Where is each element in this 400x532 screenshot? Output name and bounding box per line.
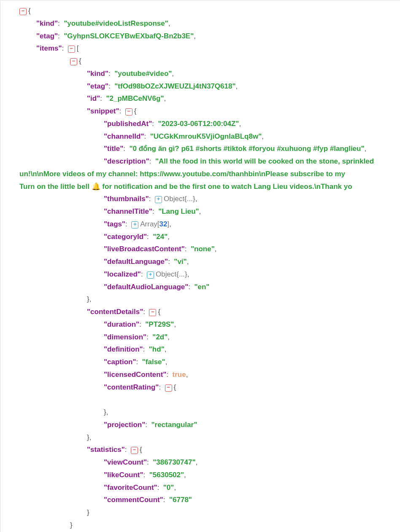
json-string: "youtube#videoListResponse" [64,19,168,27]
json-string: "false" [142,358,165,366]
kv-contentRating: "contentRating": −{ [104,381,400,394]
collapse-icon[interactable]: − [68,46,75,53]
json-key: "etag" [87,82,108,90]
json-key: "viewCount" [104,458,147,466]
contentRating-close: }, [104,406,400,419]
description-wrap-2: Turn on the little bell 🔔 for notificati… [19,180,400,193]
blank-line [104,393,400,406]
statistics-close: } [87,506,400,519]
json-string: "386730747" [153,458,195,466]
json-string: "youtube#video" [114,70,172,78]
item-close: } [70,519,400,532]
json-string: "0 đồng ăn gì? p61 #shorts #tiktok #fory… [130,145,365,153]
json-key: "tags" [104,220,125,228]
json-key: "contentDetails" [87,308,143,316]
collapse-icon[interactable]: − [165,384,172,392]
expand-icon[interactable]: + [147,271,154,279]
kv-duration: "duration": "PT29S", [104,318,400,331]
json-string: "2d" [152,333,168,341]
kv-defaultAudioLanguage: "defaultAudioLanguage": "en" [104,281,400,293]
json-string: "UCGkKmrouK5VjiOgnlaBLq8w" [150,132,262,140]
kv-statistics: "statistics": −{ [87,443,400,456]
json-string: "GyhpnSLOKCEYBwEXbafQ-Bn2b3E" [64,32,194,40]
kv-item-kind: "kind": "youtube#video", [87,67,400,80]
json-key: "categoryId" [104,233,147,241]
json-key: "kind" [36,19,58,27]
json-key: "liveBroadcastContent" [104,245,185,253]
snippet-close: }, [87,293,400,306]
json-key: "statistics" [87,446,125,454]
json-key: "kind" [87,70,108,78]
expand-icon[interactable]: + [155,196,162,203]
kv-kind: "kind": "youtube#videoListResponse", [36,17,400,30]
root-open: −{ [19,5,400,17]
json-string: "All the food in this world will be cook… [155,157,374,165]
json-string: "vi" [174,258,186,266]
json-string: "en" [194,283,209,291]
json-key: "channelTitle" [104,207,152,215]
json-key: "projection" [104,421,145,429]
collapsed-meta: Array[32] [140,220,169,228]
kv-snippet: "snippet": −{ [87,105,400,118]
kv-likeCount: "likeCount": "5630502", [104,469,400,481]
kv-viewCount: "viewCount": "386730747", [104,456,400,469]
json-key: "snippet" [87,107,119,115]
expand-icon[interactable]: + [131,221,138,228]
kv-thumbnails: "thumbnails": +Object{...}, [104,193,400,205]
collapse-icon[interactable]: − [70,58,77,65]
kv-etag: "etag": "GyhpnSLOKCEYBwEXbafQ-Bn2b3E", [36,30,400,43]
kv-description: "description": "All the food in this wor… [104,155,400,168]
json-string: "2_pMBCeNV6g" [106,94,164,102]
json-string: Turn on the little bell 🔔 for notificati… [19,183,352,191]
json-key: "caption" [104,358,136,366]
json-key: "thumbnails" [104,195,149,203]
json-string: "tfOd98bOZcXJWEUZLj4tN37Q618" [114,82,235,90]
kv-liveBroadcastContent: "liveBroadcastContent": "none", [104,243,400,255]
collapsed-meta: Object{...} [164,195,195,203]
json-key: "id" [87,94,100,102]
kv-items: "items": −[ [36,42,400,55]
json-string: "none" [191,245,215,253]
json-key: "likeCount" [104,471,143,479]
kv-defaultLanguage: "defaultLanguage": "vi", [104,255,400,268]
kv-categoryId: "categoryId": "24", [104,231,400,243]
collapse-icon[interactable]: − [149,309,156,316]
json-string: "2023-03-06T12:00:04Z" [158,120,239,128]
kv-tags: "tags": +Array[32], [104,218,400,231]
json-key: "commentCount" [104,496,163,504]
collapse-icon[interactable]: − [131,447,138,454]
kv-favoriteCount: "favoriteCount": "0", [104,481,400,494]
kv-publishedAt: "publishedAt": "2023-03-06T12:00:04Z", [104,118,400,130]
json-string: "rectangular" [151,421,197,429]
json-key: "duration" [104,320,139,328]
json-key: "description" [104,157,149,165]
json-string: "5630502" [149,471,184,479]
kv-localized: "localized": +Object{...}, [104,268,400,281]
json-viewer: −{ "kind": "youtube#videoListResponse", … [0,0,400,532]
json-string: "Lang Lieu" [158,207,199,215]
kv-channelId: "channelId": "UCGkKmrouK5VjiOgnlaBLq8w", [104,130,400,143]
kv-commentCount: "commentCount": "6778" [104,494,400,506]
kv-projection: "projection": "rectangular" [104,419,400,431]
json-key: "localized" [104,270,141,278]
json-key: "publishedAt" [104,120,152,128]
kv-channelTitle: "channelTitle": "Lang Lieu", [104,205,400,218]
json-string: "24" [153,233,168,241]
json-key: "contentRating" [104,383,159,391]
json-key: "title" [104,145,123,153]
json-bool: true [173,371,186,379]
json-string: "PT29S" [145,320,174,328]
json-key: "defaultLanguage" [104,258,168,266]
json-key: "definition" [104,345,143,353]
kv-caption: "caption": "false", [104,356,400,368]
kv-definition: "definition": "hd", [104,343,400,356]
kv-licensedContent: "licensedContent": true, [104,368,400,381]
json-key: "items" [36,44,62,52]
collapse-icon[interactable]: − [125,108,132,116]
collapse-icon[interactable]: − [19,8,27,15]
json-string: "0" [163,484,174,492]
json-string: un!\n\nMore videos of my channel: https:… [19,170,345,178]
json-key: "channelId" [104,132,144,140]
kv-contentDetails: "contentDetails": −{ [87,306,400,318]
item-open: −{ [70,55,400,67]
